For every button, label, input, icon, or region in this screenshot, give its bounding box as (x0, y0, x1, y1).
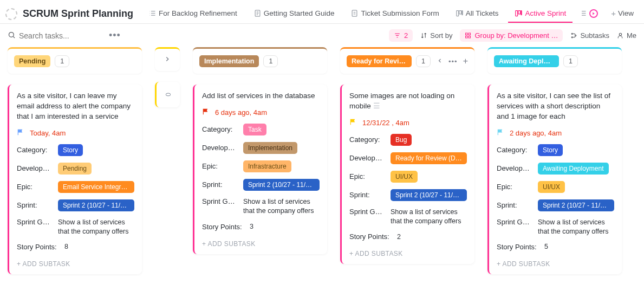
epic-row: Epic: Email Service Integration (17, 181, 134, 193)
top-tabs-bar: SCRUM Sprint Planning For Backlog Refine… (0, 0, 644, 24)
tab-backlog-refinement[interactable]: For Backlog Refinement (142, 5, 244, 23)
column: Ready for Revie… 1 ••• + Some images are… (340, 47, 474, 264)
flag-icon (202, 108, 210, 117)
svg-point-36 (619, 33, 621, 35)
sort-label: Sort by (430, 31, 452, 40)
count-chip: 1 (563, 55, 578, 67)
add-subtask-button[interactable]: + ADD SUBTASK (349, 250, 467, 257)
tab-getting-started[interactable]: Getting Started Guide (247, 5, 341, 23)
flag-icon (17, 128, 24, 138)
board-icon (515, 9, 523, 17)
group-pill[interactable]: Group by: Development St… (460, 29, 563, 42)
card-title: Some images are not loading on mobile ☰ (349, 91, 467, 112)
svg-rect-31 (466, 36, 468, 38)
epic-tag: Email Service Integration (58, 181, 134, 193)
plus-icon[interactable]: + (463, 56, 468, 66)
category-label: Category: (497, 146, 532, 154)
card-title: As a site visitor, I can leave my email … (17, 91, 134, 122)
card-title: As a site visitor, I can see the list of… (497, 91, 614, 122)
doc-icon (253, 9, 262, 17)
due-date-row: 2 days ago, 4am (497, 128, 614, 138)
filter-count: 2 (404, 31, 408, 40)
column-header[interactable]: Pending 1 (8, 47, 142, 74)
dev stage-label: Developme… (202, 144, 238, 152)
dev-stage-tag: Ready for Review (DEV) (391, 152, 467, 164)
sprint-label: Sprint: (349, 191, 385, 199)
more-icon[interactable]: ••• (448, 57, 458, 66)
more-icon[interactable]: ••• (106, 30, 124, 41)
points-row: Story Points: 5 (497, 242, 614, 251)
points-value: 2 (397, 233, 401, 242)
goal-label: Sprint Goal: (202, 197, 238, 205)
subtasks-button[interactable]: Subtasks (570, 31, 609, 40)
dev stage-label: Developme… (497, 164, 532, 172)
task-card[interactable]: As a site visitor, I can leave my email … (8, 85, 142, 274)
form-icon (350, 9, 359, 17)
category-tag: Story (58, 144, 83, 156)
status-chip: Ready for Revie… (347, 55, 412, 67)
sprint-label: Sprint: (497, 201, 532, 209)
svg-marker-22 (593, 12, 595, 15)
sprint-row: Sprint: Sprint 2 (10/27 - 11/17/… (202, 179, 320, 191)
column: Implementation 1 Add list of services in… (193, 47, 327, 254)
pink-chevron-icon (589, 9, 598, 18)
due-date: Today, 4am (30, 129, 66, 137)
collapsed-card[interactable]: 0 (155, 82, 180, 107)
svg-rect-18 (521, 11, 522, 15)
sprint-tag: Sprint 2 (10/27 - 11/17/… (58, 199, 134, 211)
column-header[interactable]: Ready for Revie… 1 ••• + (340, 47, 474, 74)
svg-rect-17 (518, 11, 521, 14)
svg-point-34 (575, 35, 576, 36)
column-header[interactable]: Implementation 1 (193, 47, 327, 74)
category-label: Category: (349, 135, 385, 144)
svg-point-35 (572, 37, 573, 38)
tab-active-sprint[interactable]: Active Sprint (508, 5, 573, 23)
add-subtask-button[interactable]: + ADD SUBTASK (17, 260, 134, 268)
epic-label: Epic: (497, 183, 532, 191)
epic-label: Epic: (349, 172, 385, 180)
due-date-row: 6 days ago, 4am (202, 108, 320, 117)
tab-ticket-submission[interactable]: Ticket Submission Form (344, 5, 445, 23)
list-icon (579, 9, 587, 17)
subtasks-label: Subtasks (580, 31, 609, 40)
search-input[interactable] (19, 31, 100, 40)
status-chip: Pending (14, 55, 50, 67)
sprint-tag: Sprint 2 (10/27 - 11/17/… (243, 179, 320, 191)
sort-button[interactable]: Sort by (420, 31, 452, 40)
task-card[interactable]: Add list of services in the database 6 d… (193, 85, 327, 254)
column-actions: ••• + (437, 56, 468, 66)
tab-all-tickets[interactable]: All Tickets (449, 5, 505, 23)
tab-label: For Backlog Refinement (159, 9, 237, 17)
category-tag: Task (243, 124, 266, 135)
dev-stage-row: Developme… Implementation (202, 142, 320, 154)
epic-tag: UI/UX (391, 171, 418, 183)
epic-tag: UI/UX (538, 181, 565, 193)
svg-rect-29 (466, 33, 468, 35)
group-label: Group by: Development St… (475, 31, 558, 40)
svg-rect-15 (462, 11, 463, 15)
dev-stage-tag: Implementation (243, 142, 297, 154)
svg-rect-10 (353, 10, 357, 16)
column-header[interactable] (155, 47, 180, 71)
dev-stage-row: Developme… Awaiting Deployment (497, 163, 614, 175)
points-label: Story Points: (497, 243, 539, 251)
dev-stage-tag: Pending (58, 163, 92, 175)
svg-rect-13 (457, 11, 459, 16)
plus-icon: + (611, 9, 616, 18)
goal-text: Show a list of services that the company… (58, 218, 134, 236)
column-header[interactable]: Awaiting Deploy… 1 (487, 47, 622, 74)
svg-rect-30 (469, 33, 471, 35)
due-date: 2 days ago, 4am (510, 129, 562, 137)
add-subtask-button[interactable]: + ADD SUBTASK (202, 240, 320, 248)
tab-view[interactable]: + View (604, 4, 640, 23)
me-button[interactable]: Me (617, 31, 636, 40)
tab-label: View (618, 9, 634, 17)
chevron-left-icon[interactable] (437, 57, 443, 66)
add-subtask-button[interactable]: + ADD SUBTASK (497, 260, 614, 268)
goal-label: Sprint Goal: (17, 218, 53, 226)
task-card[interactable]: As a site visitor, I can see the list of… (487, 85, 622, 274)
filter-pill[interactable]: 2 (389, 29, 413, 42)
tab-extra[interactable] (576, 5, 601, 23)
task-card[interactable]: Some images are not loading on mobile ☰ … (340, 85, 474, 264)
dev-stage-row: Developme… Ready for Review (DEV) (349, 152, 467, 164)
